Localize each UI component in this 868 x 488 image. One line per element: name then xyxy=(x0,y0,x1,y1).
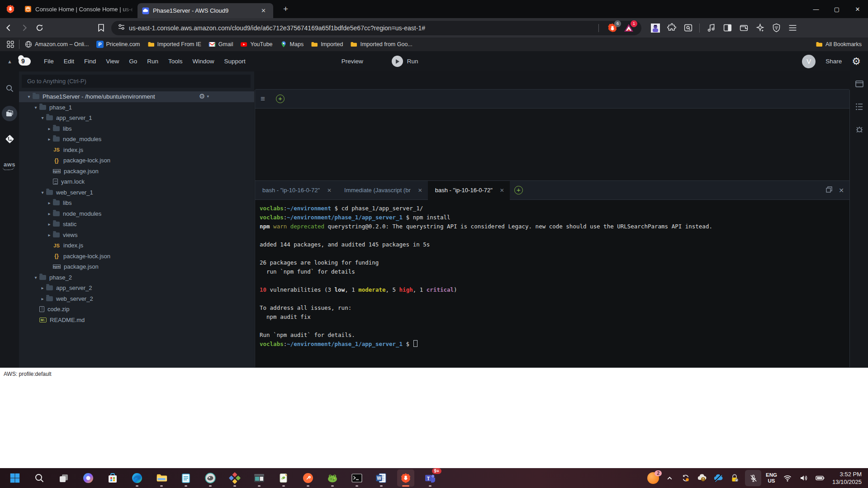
debugger-panel-icon[interactable] xyxy=(855,125,864,136)
menu-view[interactable]: View xyxy=(101,56,124,67)
tree-item-readme.md[interactable]: M↓README.md xyxy=(19,315,254,326)
menu-window[interactable]: Window xyxy=(188,56,219,67)
taskbar-notepad-icon[interactable] xyxy=(177,469,194,487)
taskbar-store-icon[interactable] xyxy=(104,469,121,487)
add-editor-tab-icon[interactable]: + xyxy=(276,95,285,103)
chevron-open-icon[interactable]: ▾ xyxy=(32,105,39,110)
add-terminal-tab-icon[interactable]: + xyxy=(514,186,523,194)
taskbar-terminal-icon[interactable] xyxy=(348,469,365,487)
preferences-gear-icon[interactable]: ⚙ xyxy=(852,57,861,66)
chevron-open-icon[interactable]: ▾ xyxy=(25,94,33,99)
project-settings-gear-icon[interactable]: ⚙▾ xyxy=(199,92,209,100)
address-bar[interactable]: us-east-1.console.aws.amazon.com/cloud9/… xyxy=(111,21,641,35)
taskbar-gimp-icon[interactable] xyxy=(202,469,219,487)
chevron-closed-icon[interactable]: ▸ xyxy=(46,137,53,142)
outline-panel-icon[interactable] xyxy=(855,102,864,113)
taskbar-quest-icon[interactable] xyxy=(226,469,243,487)
taskbar-postman-icon[interactable] xyxy=(299,469,317,487)
chevron-open-icon[interactable]: ▾ xyxy=(32,275,39,280)
terminal-tab[interactable]: bash - "ip-10-16-0-72"✕ xyxy=(428,181,510,200)
menu-support[interactable]: Support xyxy=(219,56,251,67)
tree-item-libs[interactable]: ▸libs xyxy=(19,198,254,208)
bookmark-item[interactable]: Imported from Goo... xyxy=(346,39,416,49)
chevron-closed-icon[interactable]: ▸ xyxy=(39,296,46,301)
battery-icon[interactable] xyxy=(814,472,826,484)
microphone-muted-icon[interactable] xyxy=(745,470,761,486)
volume-icon[interactable] xyxy=(798,472,810,484)
language-indicator[interactable]: ENG US xyxy=(766,472,777,484)
extension-avatar-icon[interactable] xyxy=(649,21,662,35)
tree-item-index.js[interactable]: JSindex.js xyxy=(19,145,254,156)
bookmark-item[interactable]: PPriceline.com xyxy=(93,39,144,49)
chevron-closed-icon[interactable]: ▸ xyxy=(46,200,53,205)
search-tabs-icon[interactable] xyxy=(681,21,695,35)
goto-anything-input[interactable] xyxy=(22,75,251,88)
tree-item-node_modules[interactable]: ▸node_modules xyxy=(19,134,254,145)
maximize-button[interactable]: ▢ xyxy=(826,0,847,18)
bookmark-item[interactable]: Gmail xyxy=(205,39,237,49)
taskbar-explorer-icon[interactable] xyxy=(153,469,170,487)
tree-item-phase1server---home-ubuntu-environment[interactable]: ▾Phase1Server - /home/ubuntu/environment… xyxy=(19,91,254,102)
taskbar-notepadpp-icon[interactable] xyxy=(275,469,292,487)
run-button[interactable]: Run xyxy=(392,56,418,67)
site-settings-icon[interactable] xyxy=(118,23,125,33)
terminal-tab-close-icon[interactable]: ✕ xyxy=(327,187,332,194)
tree-item-views[interactable]: ▸views xyxy=(19,230,254,241)
cloud-warning-icon[interactable] xyxy=(696,472,708,484)
brave-rewards-icon[interactable]: 1 xyxy=(623,23,634,33)
files-panel-icon[interactable] xyxy=(2,106,17,121)
reload-button[interactable] xyxy=(33,21,46,35)
browser-tab-console-home[interactable]: Console Home | Console Home | us-e xyxy=(20,1,138,17)
taskbar-brave-icon[interactable] xyxy=(397,469,414,487)
editor-empty-area[interactable] xyxy=(255,109,849,181)
tree-item-node_modules[interactable]: ▸node_modules xyxy=(19,208,254,219)
sync-icon[interactable] xyxy=(680,472,692,484)
vpn-shield-icon[interactable] xyxy=(769,21,783,35)
taskbar-search-icon[interactable] xyxy=(31,469,48,487)
sidebar-toggle-icon[interactable] xyxy=(721,21,734,35)
onedrive-paused-icon[interactable] xyxy=(712,472,724,484)
tree-item-web_server_1[interactable]: ▾web_server_1 xyxy=(19,187,254,198)
terminal-output[interactable]: voclabs:~/environment $ cd phase_1/app_s… xyxy=(255,200,849,367)
collapse-menubar-icon[interactable]: ▲ xyxy=(7,59,12,64)
lock-security-icon[interactable] xyxy=(729,472,740,484)
tree-item-package.json[interactable]: npmpackage.json xyxy=(19,166,254,177)
chevron-open-icon[interactable]: ▾ xyxy=(39,190,46,195)
preview-pane-icon[interactable] xyxy=(855,80,864,90)
forward-button[interactable] xyxy=(17,21,31,35)
bookmark-item[interactable]: YouTube xyxy=(237,39,276,49)
media-music-icon[interactable] xyxy=(704,21,718,35)
tree-item-package-lock.json[interactable]: {}package-lock.json xyxy=(19,251,254,262)
tree-item-app_server_1[interactable]: ▾app_server_1 xyxy=(19,113,254,123)
browser-tab-cloud9[interactable]: Phase1Server - AWS Cloud9 ✕ xyxy=(138,3,273,18)
menu-edit[interactable]: Edit xyxy=(59,56,79,67)
taskbar-task-view-icon[interactable] xyxy=(55,469,72,487)
menu-file[interactable]: File xyxy=(39,56,59,67)
taskbar-word-icon[interactable]: W xyxy=(373,469,390,487)
chevron-closed-icon[interactable]: ▸ xyxy=(46,126,53,131)
tab-list-menu-icon[interactable]: ≡ xyxy=(255,95,271,104)
tree-item-static[interactable]: ▸static xyxy=(19,219,254,230)
search-panel-icon[interactable] xyxy=(2,81,17,96)
terminal-tab-close-icon[interactable]: ✕ xyxy=(500,187,504,194)
chevron-open-icon[interactable]: ▾ xyxy=(39,115,46,120)
bookmark-item[interactable]: Imported From IE xyxy=(144,39,205,49)
terminal-tab[interactable]: Immediate (Javascript (br✕ xyxy=(337,181,428,200)
menu-find[interactable]: Find xyxy=(79,56,101,67)
menu-run[interactable]: Run xyxy=(142,56,163,67)
bookmark-item[interactable]: Imported xyxy=(307,39,346,49)
tree-item-index.js[interactable]: JSindex.js xyxy=(19,240,254,251)
tree-item-code.zip[interactable]: code.zip xyxy=(19,304,254,315)
leo-ai-icon[interactable] xyxy=(753,21,767,35)
wifi-icon[interactable] xyxy=(782,472,793,484)
tree-item-package-lock.json[interactable]: {}package-lock.json xyxy=(19,155,254,166)
taskbar-start-icon[interactable] xyxy=(6,469,24,487)
menu-go[interactable]: Go xyxy=(124,56,142,67)
tree-item-app_server_2[interactable]: ▸app_server_2 xyxy=(19,283,254,294)
close-button[interactable]: ✕ xyxy=(847,0,868,18)
bookmark-item[interactable]: Amazon.com – Onli... xyxy=(21,39,93,49)
tree-item-package.json[interactable]: npmpackage.json xyxy=(19,261,254,272)
terminal-tab[interactable]: bash - "ip-10-16-0-72"✕ xyxy=(255,181,337,200)
back-button[interactable] xyxy=(2,21,15,35)
reading-list-icon[interactable] xyxy=(94,21,108,35)
